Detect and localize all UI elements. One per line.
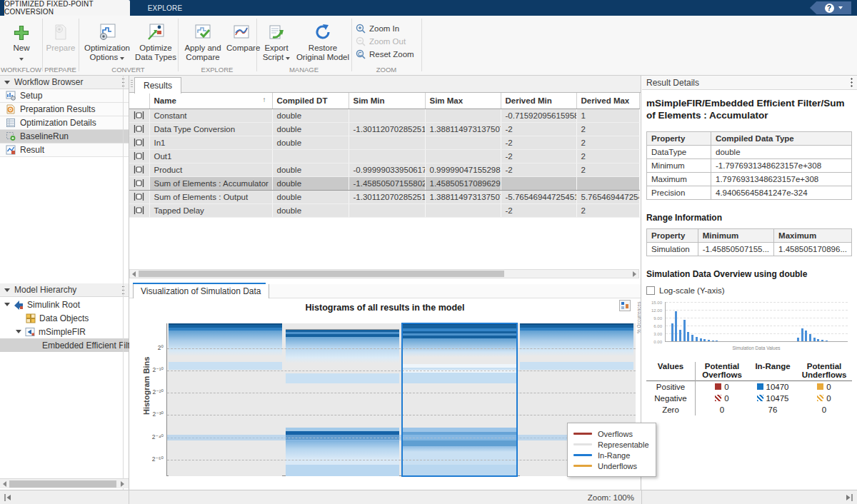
- expand-panel-icon[interactable]: [846, 494, 853, 501]
- prepare-icon: [44, 20, 78, 41]
- ribbon-tab-optimized-fixed-point-conversion[interactable]: OPTIMIZED FIXED-POINT CONVERSION: [4, 0, 130, 16]
- tree-item-simulink-root[interactable]: Simulink Root: [0, 298, 129, 311]
- result-block-icon: [129, 136, 149, 149]
- overview-bar: [708, 340, 710, 341]
- sidebar-item-setup[interactable]: Setup: [0, 89, 129, 103]
- overview-bar: [679, 330, 681, 341]
- overview-x-axis-label: Simulation Data Values: [665, 346, 848, 351]
- result-heading: mSimpleFIR/Embedded Efficient Filter/Sum…: [646, 97, 846, 121]
- in-range-swatch: [757, 383, 763, 390]
- overflow-hatched-swatch: [715, 395, 721, 401]
- optimization-details-icon: [6, 118, 16, 128]
- column-header-derived-max[interactable]: Derived Max: [576, 93, 639, 109]
- sidebar-item-optimization-details[interactable]: Optimization Details: [0, 116, 129, 130]
- table-row[interactable]: Sum of Elements : Outputdouble-1.3011207…: [129, 190, 639, 203]
- result-icon: [6, 145, 16, 155]
- zoom-in-icon: [356, 24, 366, 34]
- column-header-sim-min[interactable]: Sim Min: [349, 93, 425, 109]
- collapse-panel-icon[interactable]: [4, 494, 11, 501]
- model-hierarchy-title: Model Hierarchy: [14, 285, 76, 295]
- scroll-right-arrow-icon[interactable]: [121, 481, 124, 487]
- histogram-column-2[interactable]: [286, 323, 399, 476]
- compare-button[interactable]: Compare: [226, 20, 256, 66]
- table-row[interactable]: Tapped Delaydouble-22: [129, 203, 639, 217]
- new-button[interactable]: New: [6, 20, 37, 66]
- expander-icon[interactable]: [16, 330, 21, 333]
- sidebar-item-baselinerun[interactable]: BaselineRun: [0, 130, 129, 143]
- optimization-options-button[interactable]: Optimization Options: [80, 20, 134, 66]
- scrollbar-thumb[interactable]: [139, 271, 504, 277]
- result-block-icon: [129, 149, 149, 163]
- export-script-button[interactable]: Export Script: [258, 20, 295, 66]
- left-panel: Workflow Browser Setup Preparation Resul…: [0, 76, 129, 490]
- plot-legend: Overflows Representable In-Range Underfl…: [567, 423, 656, 477]
- histogram-column-1[interactable]: [169, 323, 282, 476]
- collapse-arrow-icon[interactable]: [4, 81, 10, 84]
- status-right-section: [642, 490, 857, 504]
- underflow-hatched-swatch: [817, 395, 823, 401]
- scrollbar-thumb[interactable]: [9, 480, 116, 488]
- table-row-selected[interactable]: Sum of Elements : Accumulatordouble-1.45…: [129, 176, 639, 190]
- y-tick-label: 2⁻²⁰: [135, 388, 164, 395]
- baseline-run-icon: [6, 131, 16, 141]
- workflow-browser-header[interactable]: Workflow Browser: [0, 76, 129, 89]
- range-information-table: PropertyMinimumMaximum Simulation-1.4585…: [646, 228, 852, 256]
- log-scale-checkbox[interactable]: [646, 286, 655, 295]
- results-table: Name↑ Compiled DT Sim Min Sim Max Derive…: [129, 93, 640, 218]
- table-row[interactable]: Data Type Conversiondouble-1.30112070285…: [129, 122, 639, 136]
- tab-grip-icon[interactable]: [131, 80, 133, 89]
- collapse-arrow-icon[interactable]: [4, 288, 10, 292]
- ribbon-tab-explore[interactable]: EXPLORE: [130, 0, 200, 16]
- tree-item-embedded-efficient-filter[interactable]: Embedded Efficient Filte: [0, 338, 129, 352]
- left-horizontal-scrollbar[interactable]: [0, 478, 129, 488]
- results-horizontal-scrollbar[interactable]: [129, 269, 639, 278]
- y-tick-label: 2⁻¹⁰: [135, 366, 164, 373]
- status-zoom-section: Zoom: 100%: [129, 490, 642, 504]
- overview-bar: [703, 339, 706, 341]
- table-row[interactable]: Productdouble-0.99999033950617...0.99999…: [129, 163, 639, 176]
- representable-swatch: [573, 443, 592, 445]
- kebab-menu-icon[interactable]: [851, 78, 853, 87]
- zoom-out-button[interactable]: Zoom Out: [356, 36, 419, 47]
- tree-item-msimplefir[interactable]: mSimpleFIR: [0, 325, 129, 338]
- tree-item-data-objects[interactable]: Data Objects: [0, 311, 129, 325]
- model-hierarchy-header[interactable]: Model Hierarchy: [0, 283, 129, 297]
- column-header-derived-min[interactable]: Derived Min: [501, 93, 576, 109]
- scroll-left-arrow-icon[interactable]: [3, 481, 6, 487]
- compare-icon: [226, 20, 256, 41]
- table-row[interactable]: Constantdouble-0.71592095615958...1: [129, 109, 639, 122]
- table-row: Simulation-1.45850507155...1.45850517089…: [647, 243, 852, 256]
- expander-icon[interactable]: [4, 303, 10, 306]
- help-button[interactable]: ?: [810, 1, 851, 14]
- overview-bar: [696, 337, 698, 341]
- sidebar-item-preparation-results[interactable]: Preparation Results: [0, 103, 129, 116]
- column-header-name[interactable]: Name↑: [149, 93, 272, 109]
- plot-title: Histograms of all results in the model: [129, 303, 641, 313]
- sidebar-item-result[interactable]: Result: [0, 143, 129, 157]
- prepare-button[interactable]: Prepare: [44, 20, 78, 66]
- section-label-explore: EXPLORE: [178, 66, 256, 74]
- overview-bar: [817, 339, 819, 341]
- plot-options-icon[interactable]: [619, 300, 631, 311]
- selected-column-highlight: [401, 323, 518, 477]
- result-block-icon: [129, 109, 149, 122]
- zoom-level: Zoom: 100%: [588, 493, 634, 502]
- reset-zoom-button[interactable]: Reset Zoom: [356, 49, 419, 60]
- zoom-in-button[interactable]: Zoom In: [356, 23, 419, 34]
- apply-and-compare-button[interactable]: Apply and Compare: [179, 20, 226, 66]
- restore-original-model-button[interactable]: Restore Original Model: [295, 20, 351, 66]
- section-label-manage: MANAGE: [256, 66, 351, 74]
- table-row[interactable]: Out1-22: [129, 149, 639, 163]
- optimize-data-types-button[interactable]: Optimize Data Types: [134, 20, 177, 66]
- tab-results[interactable]: Results: [134, 77, 181, 94]
- scroll-right-arrow-icon[interactable]: [633, 271, 636, 277]
- column-header-compiled-dt[interactable]: Compiled DT: [272, 93, 349, 109]
- scroll-left-arrow-icon[interactable]: [132, 271, 136, 277]
- underflows-swatch: [573, 465, 592, 467]
- tab-visualization-of-simulation-data[interactable]: Visualization of Simulation Data: [133, 284, 269, 298]
- simulation-data-overview-heading: Simulation Data Overview using double: [646, 269, 851, 279]
- column-header-sim-max[interactable]: Sim Max: [425, 93, 501, 109]
- section-label-workflow: WORKFLOW: [0, 66, 42, 74]
- optimize-data-types-icon: [134, 20, 177, 41]
- table-row[interactable]: In1double-22: [129, 136, 639, 149]
